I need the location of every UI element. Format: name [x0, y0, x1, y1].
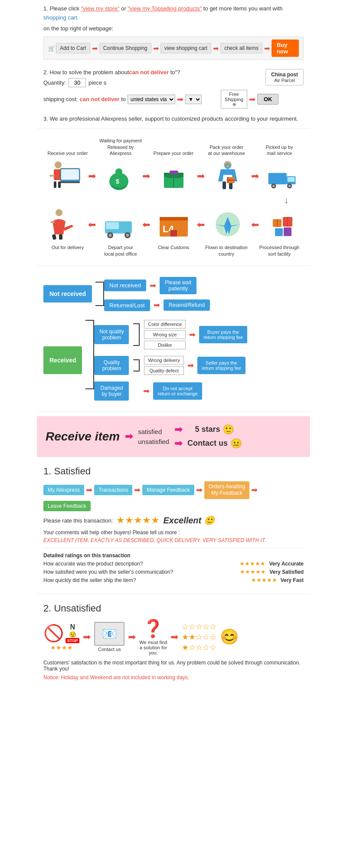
nr-arrow2: ➡	[154, 300, 160, 310]
unsat-stars-row3: ★☆☆☆☆	[182, 643, 216, 652]
svg-text:$: $	[116, 178, 119, 185]
process-icons-row-bottom: ⬅ ⬅ L4 ⬅	[41, 206, 306, 243]
not-received-result2: Resend/Refund	[164, 299, 210, 311]
view-store-link[interactable]: "view my store"	[81, 5, 120, 12]
not-received-box1: Not received	[104, 279, 146, 291]
nav-leave-feedback[interactable]: Leave Feedback	[43, 501, 91, 511]
view-cart-btn[interactable]: view shopping cart	[160, 43, 211, 53]
proc-arrow-b1: ⬅	[88, 219, 96, 230]
nav-transactions[interactable]: Transactions	[94, 485, 132, 495]
rating-result-1: Very Satisfied	[269, 569, 304, 575]
process-label-4: Picked up bymail service	[255, 144, 303, 157]
ok-button[interactable]: OK	[257, 94, 279, 105]
svg-rect-13	[170, 171, 178, 174]
svg-rect-3	[54, 181, 56, 188]
process-bottom-label-1: Depart yourlocal post office	[97, 244, 144, 257]
nr-arrow1: ➡	[150, 281, 156, 290]
sub-wrong-delivery: Wrong delivery	[144, 356, 183, 365]
proc-arrow-4: ➡	[251, 171, 259, 182]
view-topselling-link[interactable]: "view my Topselling products"	[128, 5, 202, 12]
no-sign-icon: 🚫	[43, 624, 64, 643]
svg-rect-34	[52, 234, 57, 240]
banner-arrow1: ➡	[125, 431, 133, 442]
not-received-main-label: Not received	[43, 285, 92, 302]
unsat-arrow1: ➡	[83, 631, 91, 643]
quantity-row: Quantity: piece s	[43, 78, 261, 87]
nav-my-aliexpress[interactable]: My Aliexpress	[43, 485, 84, 495]
quality-box: Qualityproblem	[94, 356, 129, 375]
nav-arrow2: ➡	[134, 485, 141, 495]
banner-arrows: ➡ ➡	[174, 424, 182, 449]
quality-sub-boxes: Wrong delivery Quality defect	[144, 356, 183, 375]
arrow-shipping2: ➡	[249, 95, 255, 104]
notice2-text: Notice: Holiday and Weekend are not incl…	[43, 674, 304, 681]
unsat-arrow2: ➡	[128, 631, 136, 643]
add-to-cart-btn[interactable]: Add to Cart	[56, 43, 90, 53]
sub-quality-defect: Quality defect	[144, 366, 183, 375]
buy-now-btn[interactable]: Buy now	[272, 39, 299, 57]
unsat-icon-group3: ❓ We must finda solution foryou.	[139, 618, 167, 655]
step1-text: 1. Please click "view my store" or "view…	[43, 4, 304, 13]
not-received-branch-2: Returned/Lost ➡ Resend/Refund	[104, 299, 210, 311]
sub-wrong-size: Wrong size	[144, 330, 185, 339]
svg-rect-35	[59, 234, 62, 240]
country-select[interactable]: unied states via	[128, 95, 175, 104]
subtitle-text: on the top right of webpage:	[43, 24, 304, 33]
svg-point-30	[288, 185, 291, 187]
shopping-cart-label: shopping cart.	[43, 14, 79, 21]
received-main-label: Received	[43, 346, 82, 374]
svg-rect-50	[284, 227, 291, 236]
check-all-btn[interactable]: check all items	[220, 43, 262, 53]
not-received-box2: Returned/Lost	[104, 299, 150, 311]
process-icon-b2: L4	[150, 206, 197, 243]
step3-text: 3. We are professional Aliexpress seller…	[43, 115, 304, 122]
proc-arrow-b4: ⬅	[251, 219, 259, 230]
process-icon-b0	[41, 206, 88, 243]
d-arrow: ➡	[143, 386, 150, 396]
process-icon-b3	[205, 206, 252, 243]
svg-point-32	[56, 209, 62, 216]
svg-point-28	[272, 185, 275, 187]
not-received-branches: Not received ➡ Please waitpatiently Retu…	[104, 277, 210, 311]
unsat-stars-1: ★★★★	[50, 644, 73, 651]
process-label-0: Receive your order	[44, 150, 92, 156]
nq-arrow: ➡	[189, 330, 196, 339]
arrow4: ➡	[264, 44, 270, 53]
svg-rect-43	[160, 217, 188, 220]
free-shipping-box: Free Shipping ⊕	[221, 90, 247, 108]
unsatisfied-label: unsatisfied	[138, 438, 169, 445]
process-icon-3	[205, 158, 252, 194]
process-bottom-label-4: Processed throughsort facility	[255, 244, 303, 257]
svg-rect-7	[60, 181, 80, 183]
svg-rect-24	[268, 173, 286, 184]
svg-rect-15	[167, 177, 181, 178]
neutral-smiley: 😐	[230, 438, 242, 449]
step1-section: 1. Please click "view my store" or "view…	[37, 0, 310, 66]
red-comment: EXCELLENT ITEM, EXACTLY AS DESCRIBED, QU…	[43, 537, 304, 543]
comments-text: Your comments will help other buyers! Pl…	[43, 529, 304, 536]
china-post-box: China post Air Parcel	[265, 69, 304, 85]
seller-pays-box: Seller pays thereturn shipping fee	[197, 357, 246, 374]
five-stars-text: 5 stars	[195, 425, 220, 434]
rating-question-2: How quickly did the seller ship the item…	[43, 577, 136, 583]
received-block: Received Not qualityproblem	[43, 320, 304, 401]
continue-shopping-btn[interactable]: Continue Shopping	[99, 43, 151, 53]
svg-point-41	[126, 234, 129, 237]
sub-color-diff: Color difference	[144, 320, 185, 329]
process-bottom-labels: Out for delivery Depart yourlocal post o…	[41, 244, 306, 257]
satisfaction-banner: Receive item ➡ satisfied unsatisfied ➡ ➡…	[37, 416, 310, 457]
nav-orders-awaiting[interactable]: Orders AwaitingMy Feedback	[204, 481, 250, 499]
step2-text: 2. How to solve the problem aboutcan not…	[43, 69, 304, 76]
divider5	[37, 594, 310, 594]
not-received-branch-1: Not received ➡ Please waitpatiently	[104, 277, 210, 294]
unsat-flow: 🚫 N 😟 STOP ★★★★ ➡ 📧 Contact us ➡ ❓ We	[43, 618, 304, 655]
divider1	[37, 128, 310, 129]
satisfaction-flow: satisfied unsatisfied	[138, 428, 169, 445]
shipping-method-select[interactable]: ▼	[185, 95, 202, 104]
proc-arrow-2: ➡	[142, 171, 150, 182]
happy-face-icon: 😊	[220, 628, 239, 646]
svg-rect-37	[106, 222, 119, 229]
svg-rect-6	[61, 169, 79, 180]
nav-manage-feedback[interactable]: Manage Feedback	[142, 485, 194, 495]
quantity-input[interactable]	[69, 78, 86, 87]
